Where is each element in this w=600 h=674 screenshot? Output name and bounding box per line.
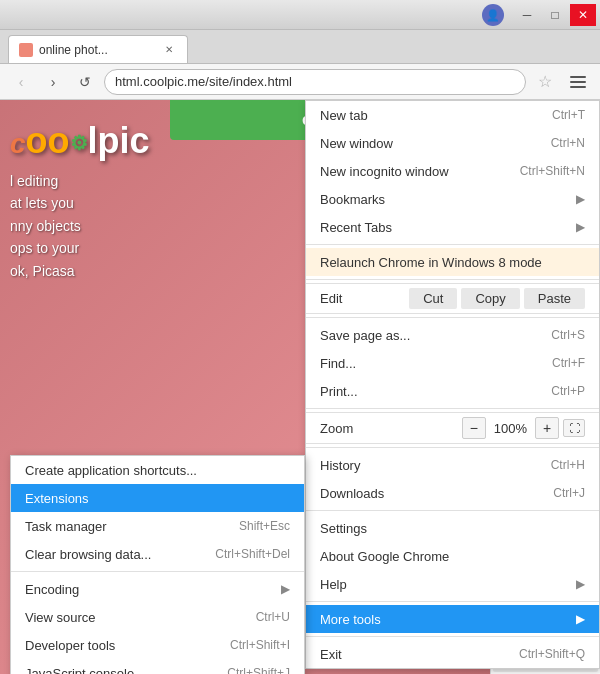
menu-sep3	[306, 317, 599, 318]
extensions-item[interactable]: Extensions	[11, 484, 304, 512]
settings-item[interactable]: Settings	[306, 514, 599, 542]
dev-tools-label: Developer tools	[25, 638, 115, 653]
new-window-label: New window	[320, 136, 393, 151]
relaunch-label: Relaunch Chrome in Windows 8 mode	[320, 255, 542, 270]
new-tab-item[interactable]: New tab Ctrl+T	[306, 101, 599, 129]
help-item[interactable]: Help ▶	[306, 570, 599, 598]
minimize-button[interactable]: ─	[514, 4, 540, 26]
view-source-label: View source	[25, 610, 96, 625]
dev-tools-item[interactable]: Developer tools Ctrl+Shift+I	[11, 631, 304, 659]
titlebar: 👤 ─ □ ✕	[0, 0, 600, 30]
create-shortcuts-item[interactable]: Create application shortcuts...	[11, 456, 304, 484]
zoom-out-button[interactable]: −	[462, 417, 486, 439]
clear-browsing-shortcut: Ctrl+Shift+Del	[215, 547, 290, 561]
zoom-fullscreen-button[interactable]: ⛶	[563, 419, 585, 437]
menu-sep8	[306, 636, 599, 637]
dev-tools-shortcut: Ctrl+Shift+I	[230, 638, 290, 652]
forward-button[interactable]: ›	[40, 69, 66, 95]
find-label: Find...	[320, 356, 356, 371]
maximize-button[interactable]: □	[542, 4, 568, 26]
back-button[interactable]: ‹	[8, 69, 34, 95]
task-manager-item[interactable]: Task manager Shift+Esc	[11, 512, 304, 540]
zoom-in-button[interactable]: +	[535, 417, 559, 439]
new-incognito-item[interactable]: New incognito window Ctrl+Shift+N	[306, 157, 599, 185]
bookmark-star-button[interactable]: ☆	[532, 69, 558, 95]
more-tools-item[interactable]: More tools ▶	[306, 605, 599, 633]
new-incognito-shortcut: Ctrl+Shift+N	[520, 164, 585, 178]
edit-row: Edit Cut Copy Paste	[306, 283, 599, 314]
window-controls: 👤 ─ □ ✕	[514, 4, 596, 26]
page-content: coolpic coo⚙lpic l editing at lets you n…	[0, 100, 600, 674]
cut-button[interactable]: Cut	[409, 288, 457, 309]
downloads-shortcut: Ctrl+J	[553, 486, 585, 500]
about-chrome-label: About Google Chrome	[320, 549, 449, 564]
bookmarks-arrow: ▶	[576, 192, 585, 206]
close-button[interactable]: ✕	[570, 4, 596, 26]
create-shortcuts-label: Create application shortcuts...	[25, 463, 197, 478]
recent-tabs-label: Recent Tabs	[320, 220, 392, 235]
save-page-label: Save page as...	[320, 328, 410, 343]
help-arrow: ▶	[576, 577, 585, 591]
chrome-menu: New tab Ctrl+T New window Ctrl+N New inc…	[305, 100, 600, 669]
menu-sep7	[306, 601, 599, 602]
tab-close-button[interactable]: ✕	[161, 42, 177, 58]
more-tools-menu: Create application shortcuts... Extensio…	[10, 455, 305, 674]
address-input[interactable]	[104, 69, 526, 95]
zoom-label: Zoom	[320, 421, 458, 436]
task-manager-shortcut: Shift+Esc	[239, 519, 290, 533]
settings-label: Settings	[320, 521, 367, 536]
clear-browsing-label: Clear browsing data...	[25, 547, 151, 562]
new-window-item[interactable]: New window Ctrl+N	[306, 129, 599, 157]
downloads-item[interactable]: Downloads Ctrl+J	[306, 479, 599, 507]
paste-button[interactable]: Paste	[524, 288, 585, 309]
tab-label: online phot...	[39, 43, 108, 57]
new-tab-shortcut: Ctrl+T	[552, 108, 585, 122]
dropdown-overlay: Create application shortcuts... Extensio…	[0, 100, 600, 674]
js-console-shortcut: Ctrl+Shift+J	[227, 666, 290, 674]
print-label: Print...	[320, 384, 358, 399]
history-item[interactable]: History Ctrl+H	[306, 451, 599, 479]
tab-bar: online phot... ✕	[0, 30, 600, 64]
history-label: History	[320, 458, 360, 473]
clear-browsing-item[interactable]: Clear browsing data... Ctrl+Shift+Del	[11, 540, 304, 568]
task-manager-label: Task manager	[25, 519, 107, 534]
more-tools-sep1	[11, 571, 304, 572]
relaunch-item[interactable]: Relaunch Chrome in Windows 8 mode	[306, 248, 599, 276]
js-console-item[interactable]: JavaScript console Ctrl+Shift+J	[11, 659, 304, 674]
about-chrome-item[interactable]: About Google Chrome	[306, 542, 599, 570]
js-console-label: JavaScript console	[25, 666, 134, 675]
downloads-label: Downloads	[320, 486, 384, 501]
menu-sep5	[306, 447, 599, 448]
print-item[interactable]: Print... Ctrl+P	[306, 377, 599, 405]
new-incognito-label: New incognito window	[320, 164, 449, 179]
menu-icon-line1	[570, 76, 586, 78]
bookmarks-item[interactable]: Bookmarks ▶	[306, 185, 599, 213]
encoding-item[interactable]: Encoding ▶	[11, 575, 304, 603]
view-source-item[interactable]: View source Ctrl+U	[11, 603, 304, 631]
view-source-shortcut: Ctrl+U	[256, 610, 290, 624]
copy-button[interactable]: Copy	[461, 288, 519, 309]
history-shortcut: Ctrl+H	[551, 458, 585, 472]
avatar: 👤	[482, 4, 504, 26]
edit-label: Edit	[320, 291, 405, 306]
menu-sep2	[306, 279, 599, 280]
address-bar: ‹ › ↺ ☆	[0, 64, 600, 100]
exit-label: Exit	[320, 647, 342, 662]
exit-item[interactable]: Exit Ctrl+Shift+Q	[306, 640, 599, 668]
print-shortcut: Ctrl+P	[551, 384, 585, 398]
extensions-label: Extensions	[25, 491, 89, 506]
chrome-menu-button[interactable]	[564, 69, 592, 95]
menu-sep4	[306, 408, 599, 409]
help-label: Help	[320, 577, 347, 592]
zoom-row: Zoom − 100% + ⛶	[306, 412, 599, 444]
more-tools-arrow: ▶	[576, 612, 585, 626]
encoding-arrow: ▶	[281, 582, 290, 596]
find-item[interactable]: Find... Ctrl+F	[306, 349, 599, 377]
menu-icon-line3	[570, 86, 586, 88]
new-window-shortcut: Ctrl+N	[551, 136, 585, 150]
active-tab[interactable]: online phot... ✕	[8, 35, 188, 63]
recent-tabs-item[interactable]: Recent Tabs ▶	[306, 213, 599, 241]
reload-button[interactable]: ↺	[72, 69, 98, 95]
more-tools-label: More tools	[320, 612, 381, 627]
save-page-item[interactable]: Save page as... Ctrl+S	[306, 321, 599, 349]
